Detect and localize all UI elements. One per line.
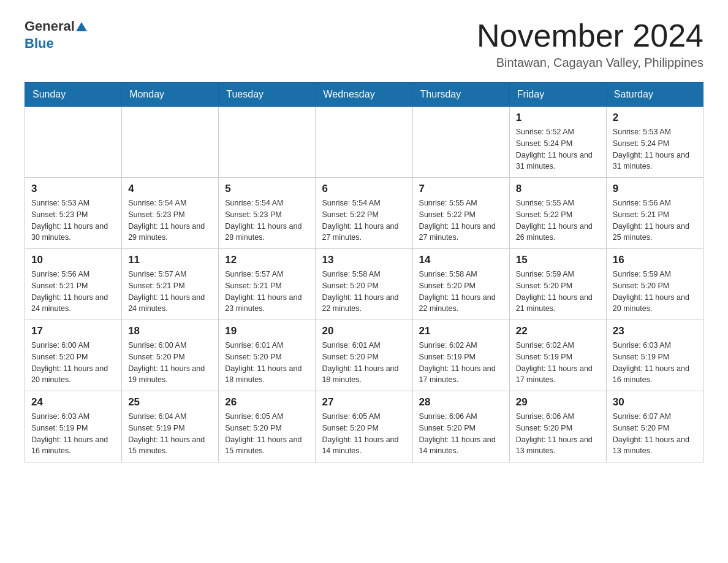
day-info: Sunrise: 5:52 AMSunset: 5:24 PMDaylight:… [516,126,600,172]
calendar-header-saturday: Saturday [606,83,703,107]
day-info: Sunrise: 5:55 AMSunset: 5:22 PMDaylight:… [419,197,503,243]
calendar-cell: 16Sunrise: 5:59 AMSunset: 5:20 PMDayligh… [606,249,703,320]
day-info: Sunrise: 5:59 AMSunset: 5:20 PMDaylight:… [613,269,697,315]
calendar-cell: 4Sunrise: 5:54 AMSunset: 5:23 PMDaylight… [122,178,219,249]
calendar-cell: 28Sunrise: 6:06 AMSunset: 5:20 PMDayligh… [412,391,509,462]
day-number: 22 [516,325,600,337]
day-info: Sunrise: 6:01 AMSunset: 5:20 PMDaylight:… [225,340,309,386]
day-info: Sunrise: 6:04 AMSunset: 5:19 PMDaylight:… [128,411,212,457]
calendar-cell [412,107,509,178]
day-info: Sunrise: 6:06 AMSunset: 5:20 PMDaylight:… [419,411,503,457]
day-number: 18 [128,325,212,337]
day-number: 9 [613,183,697,195]
calendar-cell: 25Sunrise: 6:04 AMSunset: 5:19 PMDayligh… [122,391,219,462]
day-number: 15 [516,254,600,266]
day-info: Sunrise: 6:00 AMSunset: 5:20 PMDaylight:… [31,340,115,386]
day-number: 8 [516,183,600,195]
calendar-cell: 6Sunrise: 5:54 AMSunset: 5:22 PMDaylight… [316,178,412,249]
day-number: 25 [128,396,212,408]
calendar-header-sunday: Sunday [25,83,122,107]
calendar-week-2: 3Sunrise: 5:53 AMSunset: 5:23 PMDaylight… [25,178,703,249]
day-info: Sunrise: 5:55 AMSunset: 5:22 PMDaylight:… [516,197,600,243]
day-info: Sunrise: 6:02 AMSunset: 5:19 PMDaylight:… [419,340,503,386]
chevron-icon [76,22,87,31]
day-number: 2 [613,112,697,124]
location-text: Bintawan, Cagayan Valley, Philippines [477,56,703,70]
day-info: Sunrise: 6:05 AMSunset: 5:20 PMDaylight:… [322,411,406,457]
calendar-cell: 14Sunrise: 5:58 AMSunset: 5:20 PMDayligh… [412,249,509,320]
day-info: Sunrise: 6:02 AMSunset: 5:19 PMDaylight:… [516,340,600,386]
day-info: Sunrise: 6:03 AMSunset: 5:19 PMDaylight:… [613,340,697,386]
calendar-cell: 10Sunrise: 5:56 AMSunset: 5:21 PMDayligh… [25,249,122,320]
day-info: Sunrise: 5:53 AMSunset: 5:24 PMDaylight:… [613,126,697,172]
day-info: Sunrise: 6:03 AMSunset: 5:19 PMDaylight:… [31,411,115,457]
calendar-week-5: 24Sunrise: 6:03 AMSunset: 5:19 PMDayligh… [25,391,703,462]
calendar-cell: 12Sunrise: 5:57 AMSunset: 5:21 PMDayligh… [219,249,316,320]
logo: General Blue [25,18,87,52]
day-info: Sunrise: 5:57 AMSunset: 5:21 PMDaylight:… [225,269,309,315]
page-header: General Blue November 2024 Bintawan, Cag… [25,18,703,70]
day-info: Sunrise: 6:00 AMSunset: 5:20 PMDaylight:… [128,340,212,386]
calendar-cell: 23Sunrise: 6:03 AMSunset: 5:19 PMDayligh… [606,320,703,391]
calendar-header-monday: Monday [122,83,219,107]
calendar-cell [219,107,316,178]
day-number: 26 [225,396,309,408]
calendar-cell: 26Sunrise: 6:05 AMSunset: 5:20 PMDayligh… [219,391,316,462]
calendar-cell: 9Sunrise: 5:56 AMSunset: 5:21 PMDaylight… [606,178,703,249]
calendar-header-friday: Friday [509,83,606,107]
calendar-cell: 20Sunrise: 6:01 AMSunset: 5:20 PMDayligh… [316,320,412,391]
day-info: Sunrise: 6:06 AMSunset: 5:20 PMDaylight:… [516,411,600,457]
day-info: Sunrise: 5:58 AMSunset: 5:20 PMDaylight:… [322,269,406,315]
calendar-cell: 19Sunrise: 6:01 AMSunset: 5:20 PMDayligh… [219,320,316,391]
day-number: 24 [31,396,115,408]
day-number: 14 [419,254,503,266]
calendar-cell: 15Sunrise: 5:59 AMSunset: 5:20 PMDayligh… [509,249,606,320]
day-number: 13 [322,254,406,266]
calendar-cell: 30Sunrise: 6:07 AMSunset: 5:20 PMDayligh… [606,391,703,462]
month-title: November 2024 [477,18,703,53]
day-info: Sunrise: 6:05 AMSunset: 5:20 PMDaylight:… [225,411,309,457]
day-info: Sunrise: 5:54 AMSunset: 5:23 PMDaylight:… [128,197,212,243]
day-number: 7 [419,183,503,195]
day-number: 30 [613,396,697,408]
logo-blue-text: Blue [25,36,54,52]
day-number: 12 [225,254,309,266]
day-number: 19 [225,325,309,337]
calendar-cell [122,107,219,178]
calendar-cell: 27Sunrise: 6:05 AMSunset: 5:20 PMDayligh… [316,391,412,462]
calendar-cell [25,107,122,178]
calendar-cell: 7Sunrise: 5:55 AMSunset: 5:22 PMDaylight… [412,178,509,249]
day-number: 3 [31,183,115,195]
calendar-cell: 24Sunrise: 6:03 AMSunset: 5:19 PMDayligh… [25,391,122,462]
day-number: 17 [31,325,115,337]
calendar-week-3: 10Sunrise: 5:56 AMSunset: 5:21 PMDayligh… [25,249,703,320]
day-number: 16 [613,254,697,266]
calendar-cell: 17Sunrise: 6:00 AMSunset: 5:20 PMDayligh… [25,320,122,391]
day-number: 10 [31,254,115,266]
day-info: Sunrise: 5:59 AMSunset: 5:20 PMDaylight:… [516,269,600,315]
day-info: Sunrise: 6:07 AMSunset: 5:20 PMDaylight:… [613,411,697,457]
day-info: Sunrise: 5:56 AMSunset: 5:21 PMDaylight:… [31,269,115,315]
day-number: 1 [516,112,600,124]
day-number: 11 [128,254,212,266]
calendar-cell: 22Sunrise: 6:02 AMSunset: 5:19 PMDayligh… [509,320,606,391]
day-number: 21 [419,325,503,337]
calendar-cell: 8Sunrise: 5:55 AMSunset: 5:22 PMDaylight… [509,178,606,249]
calendar-cell: 11Sunrise: 5:57 AMSunset: 5:21 PMDayligh… [122,249,219,320]
day-info: Sunrise: 5:54 AMSunset: 5:23 PMDaylight:… [225,197,309,243]
logo-icon [76,22,87,31]
day-info: Sunrise: 5:58 AMSunset: 5:20 PMDaylight:… [419,269,503,315]
calendar-cell [316,107,412,178]
calendar-cell: 13Sunrise: 5:58 AMSunset: 5:20 PMDayligh… [316,249,412,320]
calendar-cell: 1Sunrise: 5:52 AMSunset: 5:24 PMDaylight… [509,107,606,178]
calendar-cell: 18Sunrise: 6:00 AMSunset: 5:20 PMDayligh… [122,320,219,391]
calendar-header-tuesday: Tuesday [219,83,316,107]
calendar-cell: 21Sunrise: 6:02 AMSunset: 5:19 PMDayligh… [412,320,509,391]
title-block: November 2024 Bintawan, Cagayan Valley, … [477,18,703,70]
calendar-cell: 29Sunrise: 6:06 AMSunset: 5:20 PMDayligh… [509,391,606,462]
day-number: 29 [516,396,600,408]
calendar-cell: 3Sunrise: 5:53 AMSunset: 5:23 PMDaylight… [25,178,122,249]
calendar-table: SundayMondayTuesdayWednesdayThursdayFrid… [25,82,703,462]
day-number: 27 [322,396,406,408]
day-info: Sunrise: 5:54 AMSunset: 5:22 PMDaylight:… [322,197,406,243]
